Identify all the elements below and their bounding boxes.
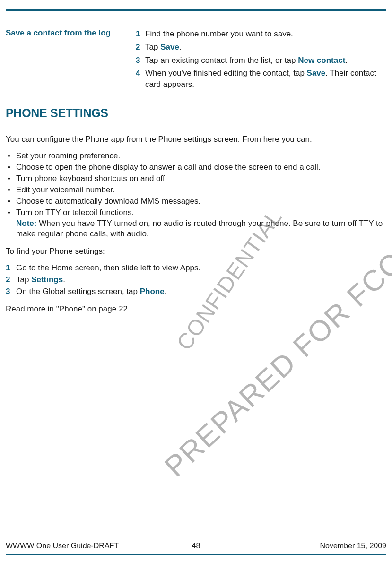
- step-text: Find the phone number you want to save.: [145, 28, 386, 40]
- bullet-text: Turn phone keyboard shortcuts on and off…: [16, 173, 386, 184]
- step-item: 4 When you've finished editing the conta…: [136, 68, 386, 90]
- emphasis-new-contact: New contact: [298, 56, 345, 65]
- footer-page-number: 48: [192, 542, 200, 550]
- page-content: Save a contact from the log 1 Find the p…: [6, 28, 386, 536]
- numitem-text: On the Global settings screen, tap Phone…: [16, 286, 386, 297]
- emphasis-save: Save: [307, 69, 326, 78]
- emphasis-settings: Settings: [31, 275, 63, 284]
- step-text: Tap an existing contact from the list, o…: [145, 55, 386, 66]
- save-contact-heading: Save a contact from the log: [6, 28, 136, 92]
- emphasis-phone: Phone: [140, 287, 165, 296]
- bullet-icon: •: [6, 162, 16, 173]
- step-item: 1 Find the phone number you want to save…: [136, 28, 386, 40]
- numitem-num: 3: [6, 286, 16, 297]
- bullet-item: • Choose to open the phone display to an…: [6, 162, 386, 173]
- page-footer: WWWW One User Guide-DRAFT 48 November 15…: [6, 542, 386, 550]
- step-num: 1: [136, 28, 145, 40]
- step-text: Tap Save.: [145, 42, 386, 53]
- step-num: 2: [136, 42, 145, 53]
- bullet-text: Turn on TTY or telecoil functions.Note: …: [16, 208, 386, 240]
- numbered-list: 1 Go to the Home screen, then slide left…: [6, 263, 386, 297]
- bullet-item: • Set your roaming preference.: [6, 151, 386, 162]
- bullet-icon: •: [6, 151, 16, 162]
- step-text: When you've finished editing the contact…: [145, 68, 386, 90]
- numitem: 3 On the Global settings screen, tap Pho…: [6, 286, 386, 297]
- bullet-icon: •: [6, 173, 16, 184]
- numitem-num: 2: [6, 275, 16, 285]
- step-num: 3: [136, 55, 145, 66]
- phone-settings-heading: PHONE SETTINGS: [6, 106, 386, 120]
- closing-para: Read more in "Phone" on page 22.: [6, 304, 386, 315]
- bullet-item: • Turn phone keyboard shortcuts on and o…: [6, 173, 386, 184]
- para-find-settings: To find your Phone settings:: [6, 246, 386, 257]
- bullet-icon: •: [6, 196, 16, 207]
- intro-para: You can configure the Phone app from the…: [6, 134, 386, 145]
- bullet-item: • Edit your voicemail number.: [6, 185, 386, 196]
- emphasis-save: Save: [160, 43, 179, 52]
- bullet-text: Choose to automatically download MMS mes…: [16, 196, 386, 207]
- numitem-num: 1: [6, 263, 16, 274]
- bullet-text: Choose to open the phone display to answ…: [16, 162, 386, 173]
- bullet-icon: •: [6, 208, 16, 240]
- section-save-contact: Save a contact from the log 1 Find the p…: [6, 28, 386, 92]
- note-label: Note:: [16, 219, 36, 228]
- step-num: 4: [136, 68, 145, 90]
- bullet-text: Set your roaming preference.: [16, 151, 386, 162]
- bullet-text: Edit your voicemail number.: [16, 185, 386, 196]
- numitem: 2 Tap Settings.: [6, 275, 386, 285]
- step-item: 2 Tap Save.: [136, 42, 386, 53]
- step-item: 3 Tap an existing contact from the list,…: [136, 55, 386, 66]
- page-border-bottom: [6, 554, 386, 555]
- page-border-top: [6, 9, 386, 11]
- save-contact-steps: 1 Find the phone number you want to save…: [136, 28, 386, 92]
- bullets-list: • Set your roaming preference. • Choose …: [6, 151, 386, 240]
- bullet-icon: •: [6, 185, 16, 196]
- numitem-text: Go to the Home screen, then slide left t…: [16, 263, 386, 274]
- bullet-item: • Choose to automatically download MMS m…: [6, 196, 386, 207]
- numitem-text: Tap Settings.: [16, 275, 386, 285]
- footer-date: November 15, 2009: [320, 542, 386, 550]
- numitem: 1 Go to the Home screen, then slide left…: [6, 263, 386, 274]
- bullet-item: • Turn on TTY or telecoil functions.Note…: [6, 208, 386, 240]
- footer-doc-title: WWWW One User Guide-DRAFT: [6, 542, 119, 550]
